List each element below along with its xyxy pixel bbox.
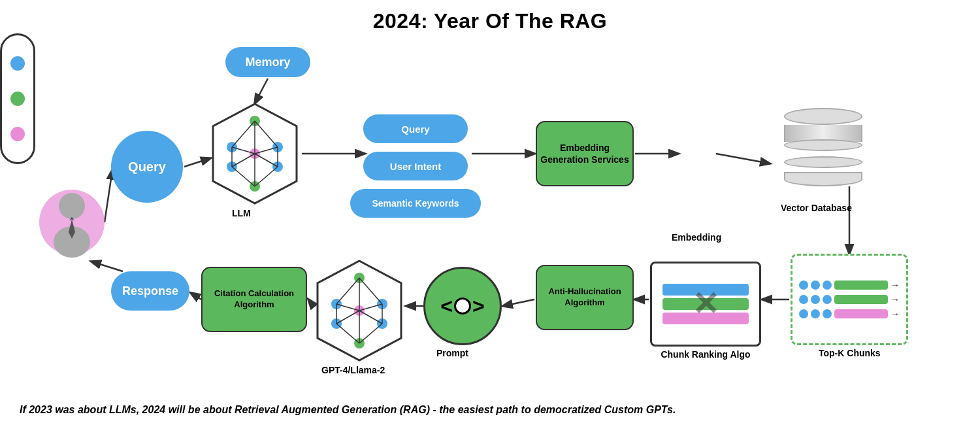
topk-bar-2 <box>834 295 888 304</box>
topk-bar-1 <box>834 280 888 290</box>
topk-row-2: → <box>799 294 900 305</box>
svg-line-10 <box>503 299 534 306</box>
person-avatar <box>39 183 105 262</box>
svg-line-6 <box>716 154 770 163</box>
svg-line-2 <box>184 158 210 167</box>
topk-dot-8 <box>811 309 820 318</box>
user-intent-node: User Intent <box>363 152 468 180</box>
left-bracket: < <box>440 294 453 318</box>
query-circle-node: Query <box>111 131 183 203</box>
chunk-x-mark: ✕ <box>692 285 719 323</box>
svg-line-1 <box>255 78 268 103</box>
embed-dot-blue <box>10 56 25 71</box>
cyl-mid1 <box>784 139 862 151</box>
semantic-kw-node: Semantic Keywords <box>350 189 481 218</box>
embedding-label: Embedding <box>672 232 721 243</box>
prompt-circle-node: < > <box>423 267 502 345</box>
cyl-mid2 <box>784 156 862 168</box>
vector-db-label: Vector Database <box>781 203 852 213</box>
gpt4-hex-node <box>314 258 405 363</box>
cyl-top <box>784 108 862 125</box>
topk-arrow-2: → <box>890 294 900 305</box>
chunk-ranking-label: Chunk Ranking Algo <box>653 349 758 360</box>
svg-point-16 <box>59 193 85 219</box>
prompt-label: Prompt <box>436 348 468 358</box>
llm-hex-node <box>209 101 301 206</box>
chunk-ranking-node: ✕ <box>650 262 761 347</box>
topk-arrow-3: → <box>890 309 900 319</box>
svg-line-0 <box>105 170 112 222</box>
embed-dot-green <box>10 92 25 106</box>
response-node: Response <box>111 271 189 311</box>
topk-row-3: → <box>799 309 900 319</box>
prompt-inner-circle <box>454 298 471 314</box>
topk-dot-9 <box>823 309 832 318</box>
topk-dot-6 <box>823 295 832 304</box>
embedding-pill <box>0 33 35 164</box>
gpt4-label: GPT-4/Llama-2 <box>321 365 385 375</box>
topk-vis: → → → <box>792 256 906 343</box>
page-title: 2024: Year Of The RAG <box>0 0 980 33</box>
topk-dot-1 <box>799 280 808 290</box>
topk-arrow-1: → <box>890 280 900 290</box>
topk-dot-3 <box>823 280 832 290</box>
topk-dot-4 <box>799 295 808 304</box>
topk-bar-3 <box>834 309 888 318</box>
prompt-symbol: < > <box>440 294 484 318</box>
vector-db-node <box>771 108 875 186</box>
citation-calc-node: Citation Calculation Algorithm <box>201 267 307 332</box>
topk-dot-5 <box>811 295 820 304</box>
chunk-vis: ✕ <box>650 262 761 347</box>
query-sub-node: Query <box>363 114 468 143</box>
bottom-text: If 2023 was about LLMs, 2024 will be abo… <box>20 404 960 416</box>
topk-dot-2 <box>811 280 820 290</box>
svg-line-12 <box>308 299 314 306</box>
svg-line-14 <box>91 262 123 271</box>
topk-label: Top-K Chunks <box>819 348 881 358</box>
topk-row-1: → <box>799 280 900 290</box>
memory-node: Memory <box>225 47 310 77</box>
cyl-bottom <box>784 172 862 186</box>
right-bracket: > <box>472 294 485 318</box>
diagram-container: 2024: Year Of The RAG <box>0 0 980 425</box>
topk-chunks-node: → → → <box>791 254 908 345</box>
svg-line-13 <box>191 293 201 299</box>
llm-label: LLM <box>232 208 251 218</box>
embedding-gen-node: Embedding Generation Services <box>536 121 634 186</box>
embed-dot-pink <box>10 127 25 141</box>
topk-dot-7 <box>799 309 808 318</box>
anti-hal-node: Anti-Hallucination Algorithm <box>536 265 634 330</box>
